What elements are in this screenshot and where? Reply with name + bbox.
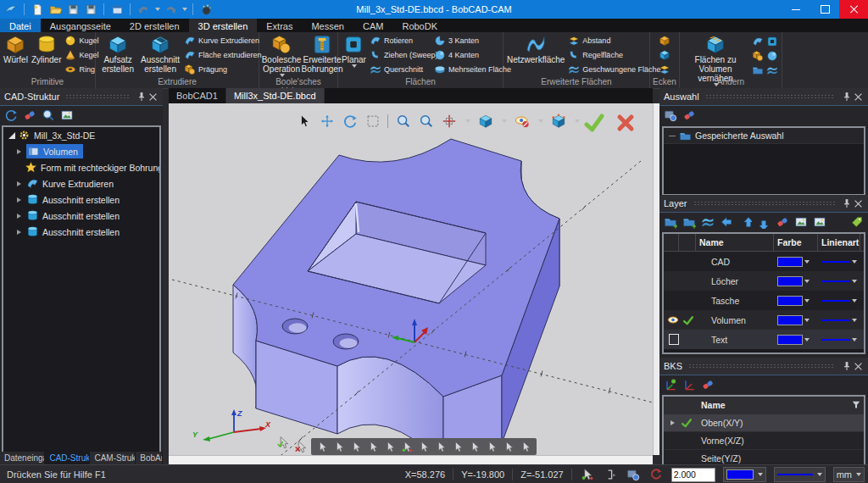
redo-dropdown[interactable] <box>182 8 187 11</box>
selection-mode-icon[interactable] <box>314 440 330 454</box>
pin-icon[interactable] <box>841 360 853 372</box>
expander-open-icon[interactable] <box>8 132 15 139</box>
bks-row-vorne[interactable]: Vorne(X/Z) <box>664 432 864 450</box>
redo-button[interactable] <box>163 2 178 17</box>
color-dropdown[interactable] <box>723 467 766 482</box>
panel-drag-grip[interactable] <box>65 94 130 99</box>
kegel-button[interactable]: Kegel <box>64 48 98 61</box>
aendern-button-1[interactable] <box>750 34 765 49</box>
layer-tag-button[interactable] <box>849 214 865 230</box>
linetype-preview[interactable] <box>821 261 850 263</box>
color-swatch[interactable] <box>777 257 803 267</box>
line-width-input[interactable] <box>671 468 715 482</box>
aendern-button-6[interactable] <box>765 63 780 78</box>
selection-mode-icon[interactable] <box>467 440 482 454</box>
flaeche-extrudieren-button[interactable]: Fläche extrudieren <box>184 48 255 61</box>
linetype-dropdown[interactable] <box>774 467 826 482</box>
pin-icon[interactable] <box>841 197 853 209</box>
open-file-button[interactable] <box>47 2 63 17</box>
close-icon[interactable] <box>853 361 864 372</box>
dropdown-caret-icon[interactable] <box>352 64 357 68</box>
layer-row-tasche[interactable]: Tasche <box>664 291 864 310</box>
tab-messen[interactable]: Messen <box>302 19 353 32</box>
layer-image-button[interactable] <box>793 214 809 230</box>
tree-item-volumen[interactable]: Volumen <box>3 143 159 159</box>
tree-item-form[interactable]: Form mit rechteckiger Bohrung <box>3 159 159 175</box>
linetype-preview[interactable] <box>821 280 850 282</box>
close-icon[interactable] <box>853 198 864 209</box>
tab-2d-erstellen[interactable]: 2D erstellen <box>120 19 189 32</box>
selection-mode-icon[interactable] <box>450 440 465 454</box>
color-swatch[interactable] <box>777 276 803 286</box>
col-linienart[interactable]: Linienart <box>818 234 860 251</box>
close-icon[interactable] <box>147 92 159 103</box>
cancel-x-button[interactable] <box>615 113 636 133</box>
wuerfel-button[interactable]: Würfel <box>2 33 30 77</box>
move-up-button[interactable] <box>737 214 753 230</box>
selection-mode-icon[interactable] <box>416 440 431 454</box>
zylinder-button[interactable]: Zylinder <box>30 33 64 77</box>
selection-mode-icon[interactable] <box>433 440 448 454</box>
window-settings-button[interactable] <box>109 2 125 17</box>
linetype-preview[interactable] <box>821 319 850 321</box>
tab-cam[interactable]: CAM <box>353 19 392 32</box>
geschwungene-flaeche-button[interactable]: Geschwungene Fläche <box>568 63 646 75</box>
dropdown-caret-icon[interactable] <box>852 338 857 341</box>
layer-image-export-button[interactable] <box>812 214 827 230</box>
origin-snap-button[interactable] <box>441 113 457 129</box>
aendern-button-2[interactable] <box>765 34 780 49</box>
save-selection-button[interactable] <box>663 108 678 123</box>
selection-box-icon[interactable] <box>669 334 679 345</box>
flaechen-zu-volumen-vernaehen-button[interactable]: Flächen zu Volumen vernähen <box>682 33 749 77</box>
col-farbe[interactable]: Farbe <box>774 234 818 251</box>
expander-closed-icon[interactable] <box>17 181 24 186</box>
ecken-button-3[interactable] <box>659 63 670 75</box>
kugel-button[interactable]: Kugel <box>64 35 98 47</box>
tab-bobart[interactable]: BobAr <box>136 452 163 464</box>
selection-mode-icon[interactable] <box>484 440 499 454</box>
tree-item-root[interactable]: Mill_3x_Std-DE <box>3 127 159 143</box>
refresh-button[interactable] <box>648 467 664 482</box>
ring-button[interactable]: Ring <box>64 63 98 75</box>
aendern-button-4[interactable] <box>765 48 780 64</box>
dropdown-caret-icon[interactable] <box>852 299 857 303</box>
dropdown-caret-icon[interactable] <box>804 260 810 264</box>
dropdown-caret-icon[interactable] <box>804 280 810 283</box>
delete-selection-button[interactable] <box>682 108 697 123</box>
tab-extras[interactable]: Extras <box>257 19 302 32</box>
delete-wcs-button[interactable] <box>700 377 715 392</box>
visible-eye-icon[interactable] <box>667 314 679 326</box>
color-swatch[interactable] <box>777 296 803 306</box>
netzwerkflaeche-button[interactable]: Netzwerkfläche <box>505 33 566 77</box>
dropdown-caret-icon[interactable] <box>804 338 810 341</box>
addins-button[interactable] <box>198 2 214 17</box>
tree-item-ausschnitt-2[interactable]: Ausschnitt erstellen <box>3 208 159 224</box>
delete-button[interactable] <box>22 108 37 123</box>
mehrseiten-flaeche-button[interactable]: Mehrseiten Fläche <box>434 63 505 75</box>
maximize-button[interactable] <box>810 0 839 19</box>
panel-drag-grip[interactable] <box>705 94 835 99</box>
bks-row-oben[interactable]: Oben(X/Y) <box>664 414 864 432</box>
panel-drag-grip[interactable] <box>693 201 835 206</box>
expander-closed-icon[interactable] <box>17 230 24 235</box>
reject-selection-icon[interactable] <box>294 440 309 454</box>
zoom-all-button[interactable] <box>395 113 411 129</box>
add-layer-folder-button[interactable] <box>682 214 697 230</box>
querschnitt-button[interactable]: Querschnitt <box>370 63 431 75</box>
regen-button[interactable] <box>3 108 19 123</box>
export-view-button[interactable] <box>59 108 75 123</box>
delete-layer-button[interactable] <box>775 214 790 230</box>
merge-layer-button[interactable] <box>700 214 715 230</box>
tab-ausgangsseite[interactable]: Ausgangsseite <box>41 19 120 32</box>
linetype-preview[interactable] <box>821 339 850 341</box>
regelflaeche-button[interactable]: Regelfläche <box>568 48 646 61</box>
edit-wcs-button[interactable] <box>682 377 697 392</box>
expander-closed-icon[interactable] <box>17 197 24 203</box>
move-left-button[interactable] <box>719 214 734 230</box>
dropdown-caret-icon[interactable] <box>804 319 810 322</box>
tree-item-ausschnitt-3[interactable]: Ausschnitt erstellen <box>3 224 159 240</box>
close-button[interactable] <box>839 0 868 19</box>
undo-button[interactable] <box>136 2 151 17</box>
active-check-icon[interactable] <box>682 314 694 326</box>
panel-drag-grip[interactable] <box>688 364 835 369</box>
